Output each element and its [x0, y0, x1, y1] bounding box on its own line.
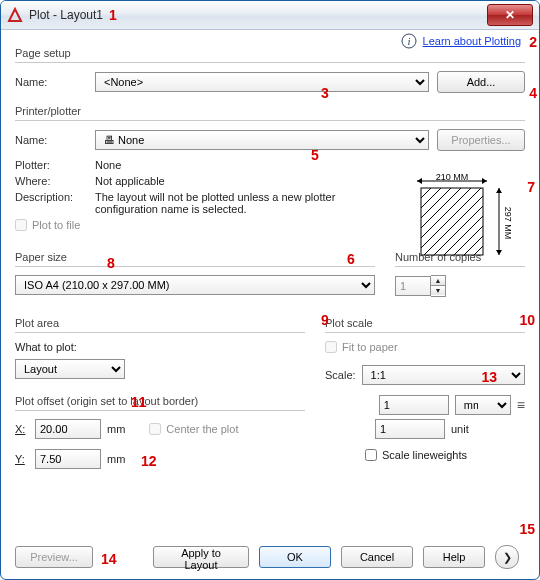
plotter-value: None — [95, 159, 121, 171]
learn-link-wrap: i Learn about Plotting — [401, 33, 521, 49]
offset-x-input[interactable] — [35, 419, 101, 439]
where-value: Not applicable — [95, 175, 165, 187]
scale-unit-select[interactable]: mm — [455, 395, 511, 415]
add-button[interactable]: Add... — [437, 71, 525, 93]
titlebar: Plot - Layout1 ✕ — [1, 1, 539, 30]
dialog-footer: Preview... Apply to Layout OK Cancel Hel… — [15, 545, 525, 569]
close-icon: ✕ — [505, 9, 515, 21]
scale-lineweights-checkbox[interactable]: Scale lineweights — [365, 449, 467, 461]
preview-button[interactable]: Preview... — [15, 546, 93, 568]
svg-text:297 MM: 297 MM — [503, 207, 513, 240]
offset-y-label: Y: — [15, 453, 29, 465]
plot-scale-group-label: Plot scale — [325, 317, 525, 329]
annotation-15: 15 — [519, 521, 535, 537]
annotation-4: 4 — [529, 85, 537, 101]
svg-text:i: i — [407, 35, 410, 47]
equals-icon: ≡ — [517, 397, 525, 413]
offset-x-unit: mm — [107, 423, 125, 435]
scale-num-input[interactable] — [379, 395, 449, 415]
plot-dialog: Plot - Layout1 ✕ i Learn about Plotting … — [0, 0, 540, 580]
description-value: The layout will not be plotted unless a … — [95, 191, 355, 215]
copies-up-button[interactable]: ▲ — [431, 276, 445, 285]
close-button[interactable]: ✕ — [487, 4, 533, 26]
offset-x-label: X: — [15, 423, 29, 435]
page-setup-name-select[interactable]: <None> — [95, 72, 429, 92]
svg-text:210 MM: 210 MM — [436, 173, 469, 182]
window-title: Plot - Layout1 — [29, 8, 103, 22]
copies-down-button[interactable]: ▼ — [431, 285, 445, 295]
ok-button[interactable]: OK — [259, 546, 331, 568]
plot-area-group-label: Plot area — [15, 317, 305, 329]
scale-select[interactable]: 1:1 — [362, 365, 525, 385]
what-to-plot-select[interactable]: Layout — [15, 359, 125, 379]
what-to-plot-label: What to plot: — [15, 341, 305, 353]
learn-about-plotting-link[interactable]: Learn about Plotting — [423, 35, 521, 47]
app-logo-icon — [7, 7, 23, 23]
paper-size-group-label: Paper size — [15, 251, 375, 263]
cancel-button[interactable]: Cancel — [341, 546, 413, 568]
expand-more-button[interactable]: ❯ — [495, 545, 519, 569]
page-setup-name-label: Name: — [15, 76, 87, 88]
printer-name-label: Name: — [15, 134, 87, 146]
scale-label: Scale: — [325, 369, 356, 381]
offset-y-input[interactable] — [35, 449, 101, 469]
plot-to-file-checkbox[interactable]: Plot to file — [15, 219, 80, 231]
center-plot-checkbox[interactable]: Center the plot — [149, 423, 238, 435]
annotation-7: 7 — [527, 179, 535, 195]
offset-y-unit: mm — [107, 453, 125, 465]
description-label: Description: — [15, 191, 87, 203]
copies-spinner[interactable]: ▲▼ — [395, 275, 446, 297]
chevron-right-icon: ❯ — [503, 551, 512, 564]
help-button[interactable]: Help — [423, 546, 485, 568]
paper-preview: 210 MM 297 MM — [399, 173, 519, 261]
printer-name-select[interactable]: 🖶 None — [95, 130, 429, 150]
properties-button[interactable]: Properties... — [437, 129, 525, 151]
where-label: Where: — [15, 175, 87, 187]
info-icon: i — [401, 33, 417, 49]
printer-group-label: Printer/plotter — [15, 105, 525, 117]
apply-to-layout-button[interactable]: Apply to Layout — [153, 546, 249, 568]
plotter-label: Plotter: — [15, 159, 87, 171]
fit-to-paper-checkbox[interactable]: Fit to paper — [325, 341, 398, 353]
paper-size-select[interactable]: ISO A4 (210.00 x 297.00 MM) — [15, 275, 375, 295]
scale-den-input[interactable] — [375, 419, 445, 439]
annotation-2: 2 — [529, 34, 537, 50]
scale-den-unit: unit — [451, 423, 507, 435]
plot-offset-group-label: Plot offset (origin set to layout border… — [15, 395, 305, 407]
